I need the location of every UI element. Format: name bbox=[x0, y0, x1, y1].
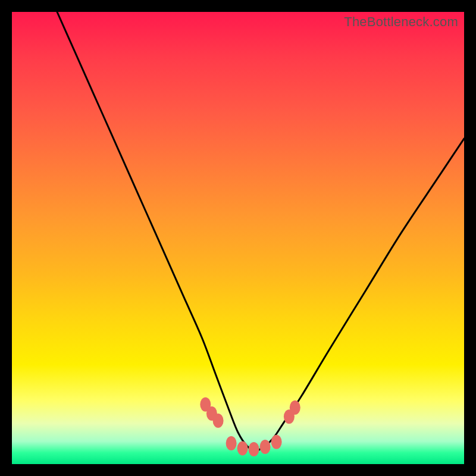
bead-marker bbox=[237, 441, 248, 455]
bead-marker bbox=[260, 440, 271, 454]
bead-marker bbox=[290, 400, 300, 415]
bead-marker bbox=[271, 435, 282, 449]
bead-marker bbox=[226, 436, 237, 450]
outer-frame: TheBottleneck.com bbox=[0, 0, 476, 476]
bottleneck-curve bbox=[57, 12, 464, 450]
bead-marker bbox=[249, 442, 259, 456]
curve-svg bbox=[12, 12, 464, 464]
curve-path bbox=[57, 12, 464, 450]
bead-markers-group bbox=[200, 397, 300, 456]
plot-area: TheBottleneck.com bbox=[12, 12, 464, 464]
bead-marker bbox=[213, 414, 224, 428]
